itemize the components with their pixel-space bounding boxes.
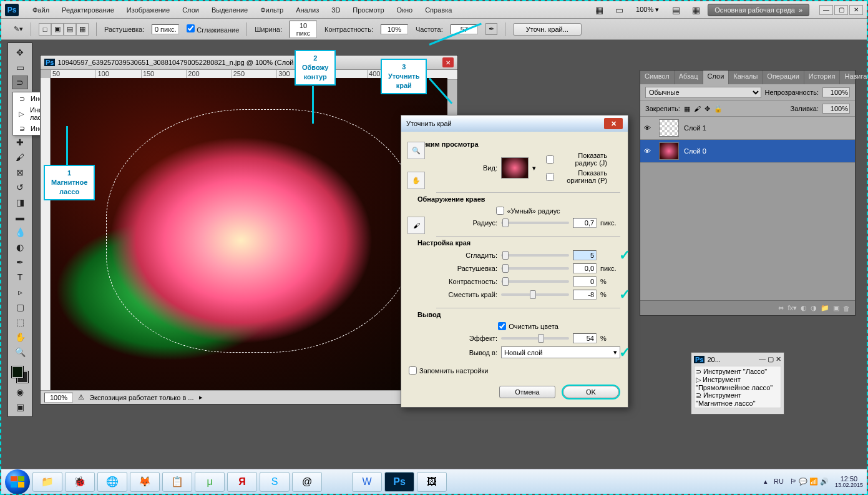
refine-edge-button[interactable]: Уточн. край...	[513, 23, 582, 36]
smooth-input[interactable]	[573, 250, 597, 260]
taskbar-app-2[interactable]: 🌐	[97, 472, 127, 492]
feather-slider[interactable]	[501, 267, 569, 270]
status-more-icon[interactable]: ▸	[199, 393, 203, 401]
taskbar-photoshop[interactable]: Ps	[384, 472, 414, 492]
taskbar-explorer[interactable]: 📁	[32, 472, 62, 492]
feather-input[interactable]	[573, 263, 597, 273]
color-swatches[interactable]	[11, 365, 29, 384]
taskbar-skype[interactable]: S	[260, 472, 290, 492]
tab-layers[interactable]: Слои	[703, 71, 729, 84]
intersect-selection-icon[interactable]: ▦	[76, 23, 89, 36]
clock[interactable]: 12:50 13.02.2015	[835, 475, 863, 489]
layer-row-1[interactable]: 👁 Слой 1	[640, 117, 855, 140]
hand-tool-icon[interactable]: ✋	[407, 172, 425, 189]
taskbar-firefox[interactable]: 🦊	[130, 472, 160, 492]
foreground-color[interactable]	[12, 366, 23, 378]
gradient-tool[interactable]: ▬	[12, 210, 28, 224]
layer-name[interactable]: Слой 0	[684, 147, 706, 155]
refine-brush-icon[interactable]: 🖌	[407, 217, 425, 234]
tray-app-icon[interactable]: 💬	[799, 478, 807, 486]
mb-icon-4[interactable]: ▦	[688, 3, 704, 17]
tray-network-icon[interactable]: 📶	[809, 478, 818, 486]
brush-tool[interactable]: 🖌	[12, 150, 28, 164]
tab-navigator[interactable]: Навигат	[840, 71, 868, 84]
blur-tool[interactable]: 💧	[12, 225, 28, 239]
menu-view[interactable]: Просмотр	[346, 4, 390, 16]
path-select-tool[interactable]: ▹	[12, 285, 28, 299]
tab-actions[interactable]: Операции	[763, 71, 804, 84]
tab-history[interactable]: История	[804, 71, 841, 84]
language-indicator[interactable]: RU	[774, 478, 784, 485]
quick-mask-tool[interactable]: ◉	[12, 385, 28, 399]
zoom-tool[interactable]: 🔍	[12, 345, 28, 359]
contrast-input[interactable]: 10%	[381, 24, 408, 34]
menu-analysis[interactable]: Анализ	[290, 4, 325, 16]
contrast-slider[interactable]	[501, 280, 569, 283]
close-button[interactable]: ✕	[849, 5, 863, 15]
cancel-button[interactable]: Отмена	[499, 386, 555, 398]
pen-pressure-icon[interactable]: ✒	[485, 23, 497, 35]
visibility-icon[interactable]: 👁	[644, 124, 654, 132]
mini-win-icons[interactable]: — ▢ ✕	[759, 355, 781, 363]
remember-checkbox[interactable]: Запомнить настройки	[409, 366, 620, 375]
radius-slider[interactable]	[501, 222, 569, 224]
dodge-tool[interactable]: ◐	[12, 240, 28, 254]
shape-tool[interactable]: ▢	[12, 300, 28, 314]
dialog-close-icon[interactable]: ✕	[604, 118, 623, 129]
lock-pixels-icon[interactable]: 🖌	[694, 105, 701, 112]
tool-preset-icon[interactable]: ✎▾	[14, 25, 23, 33]
menu-window[interactable]: Окно	[391, 4, 419, 16]
workspace-switcher[interactable]: Основная рабочая среда »	[708, 4, 809, 16]
show-original-checkbox[interactable]: Показать оригинал (P)	[546, 169, 607, 184]
doc-close-icon[interactable]: ✕	[442, 57, 454, 67]
delete-layer-icon[interactable]: 🗑	[843, 305, 850, 312]
new-selection-icon[interactable]: □	[39, 23, 51, 36]
tab-symbol[interactable]: Символ	[640, 71, 675, 84]
feather-input[interactable]: 0 пикс.	[152, 24, 179, 34]
eraser-tool[interactable]: ◨	[12, 195, 28, 209]
zoom-tool-icon[interactable]: 🔍	[407, 142, 425, 159]
history-brush-tool[interactable]: ↺	[12, 180, 28, 194]
decontaminate-checkbox[interactable]: Очистить цвета	[436, 322, 620, 330]
heal-tool[interactable]: ✚	[12, 135, 28, 149]
ok-button[interactable]: OK	[563, 386, 619, 398]
mb-icon-2[interactable]: ▭	[611, 3, 627, 17]
menu-layer[interactable]: Слои	[176, 4, 205, 16]
mb-icon-1[interactable]: ▦	[591, 3, 607, 17]
screen-mode-tool[interactable]: ▣	[12, 400, 28, 414]
tab-paragraph[interactable]: Абзац	[675, 71, 703, 84]
maximize-button[interactable]: ▢	[834, 5, 848, 15]
mb-icon-3[interactable]: ▤	[668, 3, 684, 17]
menu-file[interactable]: Файл	[26, 4, 56, 16]
layer-name[interactable]: Слой 1	[684, 124, 706, 132]
taskbar-app-3[interactable]: 📋	[162, 472, 192, 492]
tray-expand-icon[interactable]: ▴	[764, 478, 768, 486]
group-icon[interactable]: 📁	[821, 304, 829, 312]
minimize-button[interactable]: —	[819, 5, 833, 15]
taskbar-image-viewer[interactable]: 🖼	[417, 472, 447, 492]
output-to-select[interactable]: Новый слой	[501, 346, 620, 358]
pen-tool[interactable]: ✒	[12, 255, 28, 269]
tray-flag-icon[interactable]: 🏳	[790, 478, 797, 486]
menu-edit[interactable]: Редактирование	[56, 4, 120, 16]
adjustment-icon[interactable]: ◑	[811, 304, 817, 312]
taskbar-utorrent[interactable]: μ	[195, 472, 225, 492]
smart-radius-checkbox[interactable]: «Умный» радиус	[436, 207, 620, 215]
add-selection-icon[interactable]: ▣	[51, 23, 64, 36]
radius-input[interactable]	[573, 218, 597, 228]
doc-zoom-display[interactable]: 100%	[44, 393, 73, 403]
amount-slider[interactable]	[501, 337, 569, 340]
menu-filter[interactable]: Фильтр	[254, 4, 290, 16]
lock-all-icon[interactable]: 🔒	[714, 105, 723, 113]
antialias-checkbox[interactable]: Сглаживание	[187, 24, 239, 34]
dialog-titlebar[interactable]: Уточнить край ✕	[401, 115, 628, 132]
amount-input[interactable]	[573, 333, 597, 343]
smooth-slider[interactable]	[501, 254, 569, 257]
canvas-rose-image[interactable]	[51, 78, 447, 390]
new-layer-icon[interactable]: ▣	[833, 304, 839, 312]
taskbar-word[interactable]: W	[352, 472, 382, 492]
taskbar-yandex[interactable]: Я	[227, 472, 257, 492]
taskbar-mail[interactable]: @	[292, 472, 322, 492]
lock-transparent-icon[interactable]: ▦	[684, 105, 690, 113]
fill-input[interactable]	[822, 104, 850, 114]
